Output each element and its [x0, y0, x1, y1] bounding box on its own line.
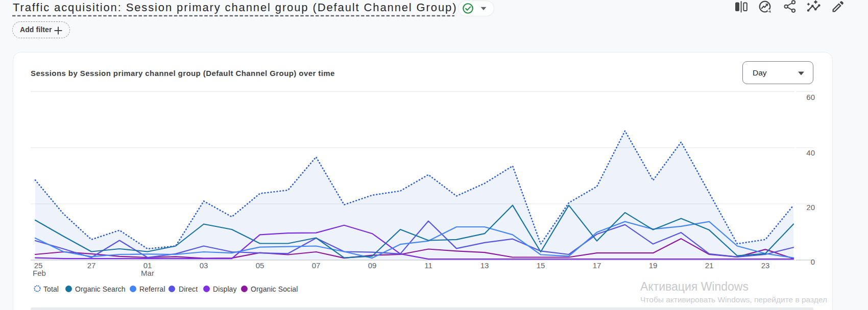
- svg-text:09: 09: [368, 261, 377, 270]
- svg-text:Mar: Mar: [141, 269, 154, 277]
- svg-text:40: 40: [806, 148, 815, 157]
- svg-text:20: 20: [806, 203, 815, 212]
- svg-text:0: 0: [811, 257, 815, 266]
- svg-text:07: 07: [312, 261, 321, 270]
- svg-text:05: 05: [256, 261, 264, 270]
- svg-text:23: 23: [761, 261, 770, 270]
- svg-text:03: 03: [200, 261, 208, 270]
- svg-text:27: 27: [87, 261, 96, 270]
- svg-text:13: 13: [480, 261, 489, 270]
- svg-text:15: 15: [537, 261, 545, 270]
- svg-text:21: 21: [705, 261, 714, 270]
- svg-text:17: 17: [593, 261, 601, 270]
- svg-text:60: 60: [806, 93, 815, 101]
- svg-text:Feb: Feb: [33, 269, 46, 277]
- svg-text:11: 11: [424, 261, 432, 270]
- svg-text:19: 19: [649, 261, 658, 270]
